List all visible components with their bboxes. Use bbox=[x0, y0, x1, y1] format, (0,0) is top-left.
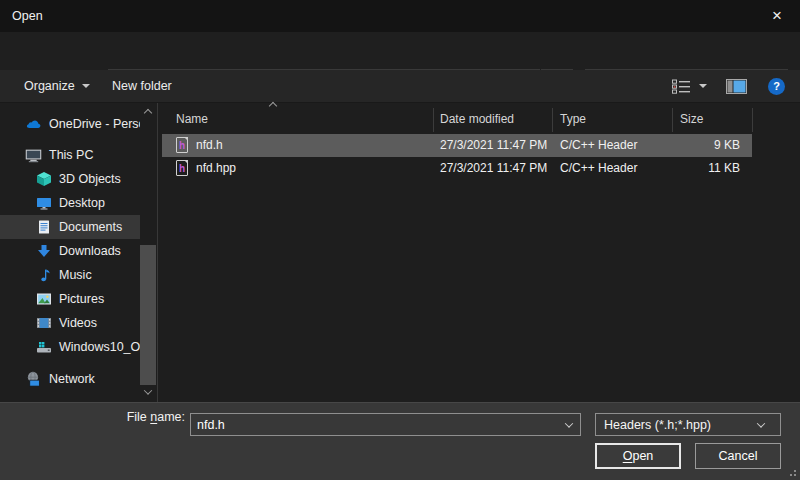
file-row-nfd-hpp[interactable]: h nfd.hpp 27/3/2021 11:47 PM C/C++ Heade… bbox=[162, 157, 752, 180]
new-folder-label: New folder bbox=[112, 79, 172, 93]
details-view-icon bbox=[672, 79, 691, 94]
sidebar-item-this-pc[interactable]: This PC bbox=[0, 143, 140, 167]
preview-pane-icon bbox=[726, 79, 747, 94]
footer-panel: File name: Headers (*.h;*.hpp) Open Canc… bbox=[0, 402, 800, 480]
file-name: nfd.h bbox=[196, 138, 223, 152]
pictures-icon bbox=[35, 291, 52, 308]
music-icon bbox=[35, 267, 52, 284]
sidebar-item-label: OneDrive - Persor bbox=[49, 117, 140, 131]
file-name-combobox[interactable] bbox=[190, 413, 581, 436]
sidebar-item-music[interactable]: Music bbox=[0, 263, 140, 287]
caret-down-icon bbox=[82, 84, 90, 88]
header-file-icon: h bbox=[176, 137, 188, 153]
close-icon: × bbox=[772, 6, 782, 26]
command-bar: Organize New folder bbox=[0, 70, 800, 103]
column-header-size[interactable]: Size bbox=[680, 112, 703, 126]
preview-pane-button[interactable] bbox=[726, 70, 747, 102]
3d-objects-icon bbox=[35, 171, 52, 188]
file-size: 11 KB bbox=[662, 161, 740, 175]
sidebar-item-label: Desktop bbox=[59, 196, 105, 210]
documents-icon bbox=[35, 219, 52, 236]
sidebar-item-network[interactable]: Network bbox=[0, 367, 140, 391]
sidebar-item-label: Windows10_OS ( bbox=[59, 340, 140, 354]
organize-label: Organize bbox=[24, 79, 75, 93]
caret-down-icon bbox=[699, 84, 707, 88]
cancel-button[interactable]: Cancel bbox=[695, 443, 781, 469]
sidebar-item-onedrive[interactable]: OneDrive - Persor bbox=[0, 112, 140, 136]
scrollbar-down-icon[interactable] bbox=[140, 384, 156, 400]
sidebar-item-label: Videos bbox=[59, 316, 97, 330]
column-header-type[interactable]: Type bbox=[560, 112, 586, 126]
file-date-modified: 27/3/2021 11:47 PM bbox=[440, 138, 547, 152]
desktop-icon bbox=[35, 195, 52, 212]
header-file-icon: h bbox=[176, 160, 188, 176]
onedrive-cloud-icon bbox=[25, 116, 42, 133]
file-name-input[interactable] bbox=[191, 418, 566, 432]
sidebar-scrollbar[interactable] bbox=[140, 103, 156, 402]
column-header-date-modified[interactable]: Date modified bbox=[440, 112, 514, 126]
open-dialog-window: Open × ← → ↑ « GitHub nativefiledialog s… bbox=[0, 0, 800, 480]
chevron-down-icon bbox=[757, 419, 765, 427]
file-row-nfd-h[interactable]: h nfd.h 27/3/2021 11:47 PM C/C++ Header … bbox=[162, 134, 752, 157]
navigation-bar: ← → ↑ « GitHub nativefiledialog src incl… bbox=[0, 32, 800, 70]
sidebar-item-label: Network bbox=[49, 372, 95, 386]
file-type-select[interactable]: Headers (*.h;*.hpp) bbox=[595, 413, 781, 436]
help-button[interactable]: ? bbox=[768, 70, 785, 102]
column-header-name[interactable]: Name bbox=[176, 112, 208, 126]
window-title: Open bbox=[12, 9, 43, 23]
close-button[interactable]: × bbox=[754, 0, 800, 32]
sidebar-item-label: 3D Objects bbox=[59, 172, 121, 186]
resize-grip[interactable] bbox=[788, 468, 796, 476]
sidebar-separator bbox=[157, 103, 158, 402]
sidebar-item-downloads[interactable]: Downloads bbox=[0, 239, 140, 263]
title-bar: Open × bbox=[0, 0, 800, 32]
sidebar-item-pictures[interactable]: Pictures bbox=[0, 287, 140, 311]
sidebar-item-3d-objects[interactable]: 3D Objects bbox=[0, 167, 140, 191]
sidebar-item-label: Downloads bbox=[59, 244, 121, 258]
sidebar-item-label: Music bbox=[59, 268, 92, 282]
network-icon bbox=[25, 371, 42, 388]
details-view-button[interactable] bbox=[672, 70, 691, 102]
scrollbar-thumb[interactable] bbox=[140, 245, 156, 385]
sidebar-item-desktop[interactable]: Desktop bbox=[0, 191, 140, 215]
open-button[interactable]: Open bbox=[595, 443, 681, 469]
sidebar-item-windows10-os-drive[interactable]: Windows10_OS ( bbox=[0, 335, 140, 359]
file-type-value: Headers (*.h;*.hpp) bbox=[604, 418, 711, 432]
sidebar-item-videos[interactable]: Videos bbox=[0, 311, 140, 335]
views-dropdown-button[interactable] bbox=[699, 70, 707, 102]
file-type: C/C++ Header bbox=[560, 161, 637, 175]
organize-menu-button[interactable]: Organize bbox=[24, 70, 90, 102]
downloads-icon bbox=[35, 243, 52, 260]
chevron-down-icon bbox=[565, 419, 573, 427]
new-folder-button[interactable]: New folder bbox=[112, 70, 172, 102]
file-name-label: File name: bbox=[90, 410, 185, 424]
sidebar-item-label: Pictures bbox=[59, 292, 104, 306]
sidebar-item-label: Documents bbox=[59, 220, 122, 234]
file-size: 9 KB bbox=[662, 138, 740, 152]
list-header: Name Date modified Type Size bbox=[160, 105, 800, 133]
drive-icon bbox=[35, 339, 52, 356]
sidebar-item-label: This PC bbox=[49, 148, 93, 162]
sidebar-item-documents[interactable]: Documents bbox=[0, 215, 140, 239]
help-icon: ? bbox=[768, 78, 785, 95]
file-date-modified: 27/3/2021 11:47 PM bbox=[440, 161, 547, 175]
file-type: C/C++ Header bbox=[560, 138, 637, 152]
scrollbar-up-icon[interactable] bbox=[140, 105, 156, 121]
this-pc-icon bbox=[25, 147, 42, 164]
videos-icon bbox=[35, 315, 52, 332]
file-name: nfd.hpp bbox=[196, 161, 236, 175]
